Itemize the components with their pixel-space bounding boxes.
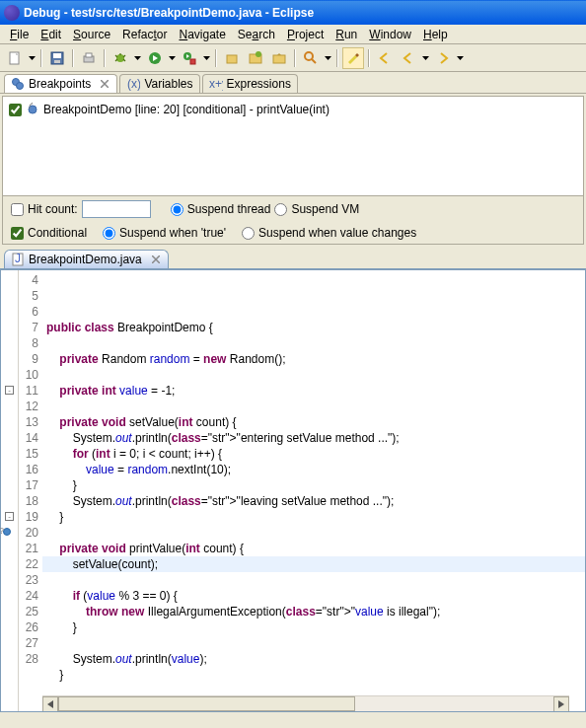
debug-dropdown[interactable] [133,47,142,69]
forward-button[interactable] [432,47,454,69]
suspend-thread-label: Suspend thread [187,202,271,216]
toolbar [0,44,586,72]
svg-text:(x)=: (x)= [127,77,140,91]
last-edit-button[interactable] [374,47,396,69]
editor-gutter[interactable]: -- [1,270,19,711]
breakpoints-icon [11,77,25,91]
breakpoint-entry[interactable]: ? BreakpointDemo [line: 20] [conditional… [9,103,577,116]
view-tabbar: Breakpoints (x)= Variables x+y Expressio… [0,72,586,94]
print-button[interactable] [78,47,100,69]
external-tools-button[interactable] [179,47,200,69]
breakpoint-conditional-icon: ? [26,103,39,116]
new-class-button[interactable] [245,47,266,69]
variables-icon: (x)= [126,77,140,91]
hit-count-input[interactable] [82,200,151,218]
suspend-thread-radio[interactable] [171,203,183,216]
menu-run[interactable]: Run [330,26,363,43]
tab-breakpoints[interactable]: Breakpoints [4,74,117,93]
forward-dropdown[interactable] [456,47,465,69]
debug-button[interactable] [110,47,131,69]
menu-window[interactable]: Window [363,26,417,43]
svg-point-12 [256,51,261,57]
breakpoint-marker-icon[interactable] [3,528,11,536]
suspend-vm-radio[interactable] [274,203,287,216]
svg-rect-13 [273,55,285,63]
menubar: File Edit Source Refactor Navigate Searc… [0,25,586,44]
search-button[interactable] [300,47,322,69]
horizontal-scrollbar[interactable] [42,695,569,711]
close-icon[interactable] [150,254,162,265]
search-dropdown[interactable] [324,47,332,69]
new-dropdown[interactable] [28,47,37,69]
menu-search[interactable]: Search [232,26,281,43]
eclipse-icon [4,5,20,21]
breakpoint-label: BreakpointDemo [line: 20] [conditional] … [43,103,330,116]
menu-file[interactable]: File [4,26,35,43]
svg-rect-3 [54,60,60,63]
external-tools-dropdown[interactable] [202,47,211,69]
tab-variables[interactable]: (x)= Variables [119,74,199,93]
menu-source[interactable]: Source [67,26,116,43]
tab-label: Breakpoints [29,77,91,91]
scroll-track[interactable] [58,696,553,711]
back-dropdown[interactable] [421,47,430,69]
scroll-right-button[interactable] [553,696,569,711]
tab-expressions[interactable]: x+y Expressions [202,74,298,93]
run-dropdown[interactable] [168,47,177,69]
when-true-radio[interactable] [103,227,115,240]
toggle-mark-button[interactable] [342,47,364,69]
window-title: Debug - test/src/test/BreakpointDemo.jav… [24,6,314,20]
new-button[interactable] [4,47,26,69]
editor-tab-label: BreakpointDemo.java [29,253,142,266]
svg-point-16 [17,83,24,90]
menu-refactor[interactable]: Refactor [116,26,173,43]
menu-navigate[interactable]: Navigate [173,26,231,43]
close-icon[interactable] [99,78,110,90]
new-package-button[interactable] [221,47,243,69]
hit-count-checkbox[interactable] [11,203,24,216]
conditional-label: Conditional [28,226,87,240]
breakpoint-checkbox[interactable] [9,104,22,116]
breakpoints-list: ? BreakpointDemo [line: 20] [conditional… [3,97,583,195]
expressions-icon: x+y [209,77,223,91]
tab-label: Variables [144,77,192,91]
run-button[interactable] [144,47,166,69]
conditional-checkbox[interactable] [11,227,24,240]
code-content[interactable]: public class BreakpointDemo { private Ra… [42,270,585,711]
scroll-left-button[interactable] [42,696,58,711]
svg-text:J: J [15,253,21,265]
tab-label: Expressions [227,77,291,91]
breakpoint-options: Hit count: Suspend thread Suspend VM Con… [3,195,583,244]
menu-help[interactable]: Help [417,26,454,43]
menu-edit[interactable]: Edit [35,26,67,43]
save-button[interactable] [46,47,68,69]
when-changes-label: Suspend when value changes [258,226,416,240]
when-true-label: Suspend when 'true' [119,226,226,240]
svg-point-6 [116,54,124,62]
editor-tab[interactable]: J BreakpointDemo.java [4,250,169,268]
svg-point-14 [305,52,313,60]
fold-toggle-icon[interactable]: - [5,386,14,395]
svg-text:?: ? [27,103,34,111]
open-type-button[interactable] [268,47,290,69]
back-button[interactable] [398,47,419,69]
editor-tabbar: J BreakpointDemo.java [0,249,586,270]
fold-toggle-icon[interactable]: - [5,512,14,521]
breakpoints-view: ? BreakpointDemo [line: 20] [conditional… [2,96,584,245]
line-numbers: 4567891011121314151617181920212223242526… [19,270,42,711]
svg-rect-5 [86,53,92,57]
svg-rect-10 [227,55,237,63]
editor-area[interactable]: -- 4567891011121314151617181920212223242… [0,270,586,712]
scroll-thumb[interactable] [58,696,355,711]
menu-project[interactable]: Project [281,26,330,43]
suspend-vm-label: Suspend VM [291,202,359,216]
svg-text:x+y: x+y [209,77,223,91]
when-changes-radio[interactable] [242,227,255,240]
hit-count-label: Hit count: [28,202,78,216]
svg-rect-2 [53,53,61,58]
java-file-icon: J [11,253,25,266]
svg-rect-9 [190,59,195,64]
titlebar: Debug - test/src/test/BreakpointDemo.jav… [0,0,586,25]
